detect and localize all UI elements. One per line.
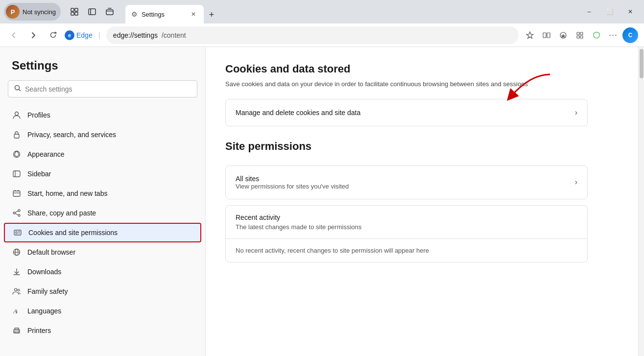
scrollbar-thumb[interactable]: [640, 49, 644, 78]
maximize-btn[interactable]: ⬜: [600, 4, 620, 20]
privacy-icon: [12, 130, 22, 140]
svg-rect-3: [75, 12, 78, 15]
sidebar-item-printers[interactable]: Printers: [0, 321, 205, 340]
svg-rect-28: [14, 230, 21, 235]
svg-rect-8: [547, 33, 550, 38]
new-tab-plus-btn[interactable]: +: [204, 7, 219, 23]
back-btn[interactable]: [6, 27, 22, 43]
sidebar-item-label-downloads: Downloads: [27, 268, 61, 276]
search-input[interactable]: [25, 85, 191, 93]
addressbar: e Edge | edge://settings /content ··· C: [0, 24, 644, 47]
svg-rect-41: [15, 331, 19, 332]
svg-rect-12: [580, 36, 583, 38]
cookies-section-desc: Save cookies and data on your device in …: [225, 79, 619, 89]
all-sites-label: All sites: [236, 175, 569, 183]
svg-point-36: [15, 288, 17, 291]
sidebar-item-label-default-browser: Default browser: [27, 248, 75, 256]
sidebar-item-appearance[interactable]: Appearance: [0, 144, 205, 164]
profile-label: Not syncing: [23, 8, 56, 16]
sidebar-item-label-cookies: Cookies and site permissions: [28, 229, 118, 237]
svg-rect-15: [14, 134, 19, 138]
sidebar-item-default-browser[interactable]: Default browser: [0, 242, 205, 262]
url-divider: |: [98, 31, 100, 40]
sidebar-item-profiles[interactable]: Profiles: [0, 105, 205, 125]
all-sites-card[interactable]: All sites View permissions for sites you…: [225, 166, 588, 199]
svg-rect-9: [577, 32, 579, 35]
sidebar-item-label-start-home: Start, home, and new tabs: [27, 190, 107, 197]
window-controls: – ⬜ ✕: [579, 4, 640, 20]
collections-icon-btn[interactable]: [67, 4, 82, 20]
svg-rect-17: [13, 171, 20, 177]
shield-btn[interactable]: [589, 28, 604, 43]
svg-rect-19: [13, 191, 20, 196]
manage-cookies-container: Manage and delete cookies and site data …: [225, 99, 619, 126]
manage-cookies-chevron: ›: [575, 108, 577, 117]
svg-point-42: [18, 330, 19, 331]
sidebar-item-family-safety[interactable]: Family safety: [0, 282, 205, 301]
search-box[interactable]: [8, 80, 197, 97]
svg-rect-10: [580, 32, 583, 35]
sidebar-toggle-btn[interactable]: [84, 4, 100, 20]
site-permissions-title: Site permissions: [225, 140, 619, 153]
svg-rect-4: [89, 9, 95, 15]
svg-line-26: [15, 211, 18, 213]
manage-cookies-item: Manage and delete cookies and site data …: [226, 99, 587, 126]
sidebar-item-label-appearance: Appearance: [27, 150, 65, 158]
recent-activity-label: Recent activity: [236, 214, 577, 221]
settings-tab-icon: ⚙: [131, 10, 138, 18]
sidebar-item-privacy[interactable]: Privacy, search, and services: [0, 125, 205, 144]
sidebar-item-downloads[interactable]: Downloads: [0, 262, 205, 282]
profile-button[interactable]: P Not syncing: [4, 3, 61, 21]
settings-tab[interactable]: ⚙ Settings ✕: [125, 5, 204, 24]
svg-rect-11: [577, 36, 579, 38]
main-layout: Settings ProfilesPrivacy, search, and se…: [0, 47, 644, 356]
forward-btn[interactable]: [25, 27, 41, 43]
settings-title: Settings: [0, 59, 205, 80]
recent-activity-card: Recent activity The latest changes made …: [225, 205, 588, 262]
collections-addr-btn[interactable]: [572, 28, 587, 43]
url-base: edge://settings: [113, 31, 158, 39]
star-btn[interactable]: [523, 28, 537, 43]
sidebar-item-start-home[interactable]: Start, home, and new tabs: [0, 184, 205, 203]
content-area: Cookies and data stored Save cookies and…: [206, 47, 638, 356]
svg-point-23: [18, 210, 20, 212]
manage-cookies-label: Manage and delete cookies and site data: [236, 109, 569, 117]
svg-point-13: [15, 86, 20, 90]
search-icon: [14, 85, 21, 93]
svg-rect-7: [543, 33, 546, 38]
tab-close-btn[interactable]: ✕: [189, 10, 198, 19]
split-view-btn[interactable]: [539, 28, 554, 43]
sidebar-item-cookies[interactable]: Cookies and site permissions: [4, 223, 201, 242]
avatar: P: [6, 5, 20, 19]
new-tab-btn[interactable]: [102, 4, 118, 20]
svg-line-27: [15, 214, 18, 215]
minimize-btn[interactable]: –: [579, 4, 599, 20]
recent-activity-item: Recent activity The latest changes made …: [226, 206, 587, 238]
edge-label: Edge: [76, 31, 93, 39]
languages-icon: Ai: [12, 306, 22, 316]
sidebar-item-label-profiles: Profiles: [27, 111, 50, 119]
svg-point-37: [18, 289, 20, 291]
url-path: /content: [162, 31, 186, 39]
manage-cookies-card[interactable]: Manage and delete cookies and site data …: [225, 99, 588, 126]
svg-text:i: i: [16, 309, 18, 314]
close-btn[interactable]: ✕: [620, 4, 640, 20]
settings-tab-label: Settings: [142, 11, 165, 18]
nav-list: ProfilesPrivacy, search, and servicesApp…: [0, 105, 205, 340]
sidebar-item-share-copy[interactable]: Share, copy and paste: [0, 203, 205, 223]
sidebar-item-languages[interactable]: AiLanguages: [0, 301, 205, 321]
url-bar[interactable]: edge://settings /content: [106, 26, 519, 44]
scrollbar[interactable]: [638, 47, 644, 356]
favorites-btn[interactable]: [556, 28, 571, 43]
copilot-btn[interactable]: C: [622, 27, 638, 43]
more-btn[interactable]: ···: [606, 28, 620, 43]
sidebar: Settings ProfilesPrivacy, search, and se…: [0, 47, 206, 356]
svg-rect-6: [106, 10, 113, 15]
cookies-section-title: Cookies and data stored: [225, 63, 619, 75]
profiles-icon: [12, 110, 22, 120]
sidebar-item-sidebar[interactable]: Sidebar: [0, 164, 205, 184]
refresh-btn[interactable]: [45, 27, 61, 43]
titlebar-icons: [67, 4, 118, 20]
recent-activity-sublabel: The latest changes made to site permissi…: [236, 223, 361, 231]
default-browser-icon: [12, 247, 22, 257]
